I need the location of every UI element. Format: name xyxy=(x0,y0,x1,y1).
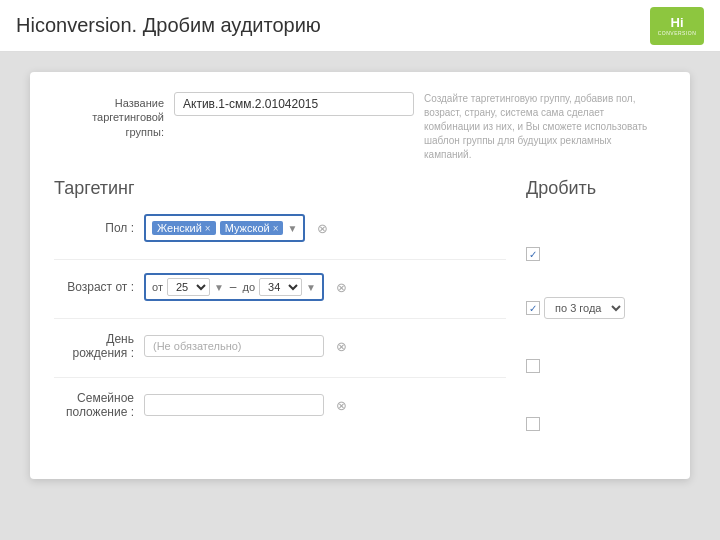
birthday-select-wrap: (Не обязательно) ⊗ xyxy=(144,335,506,357)
pol-dropdown-arrow-icon: ▼ xyxy=(287,223,297,234)
family-select-wrap: ⊗ xyxy=(144,394,506,416)
main-area: Название таргетинговой группы: Создайте … xyxy=(0,52,720,540)
drobit-family-row xyxy=(526,407,666,441)
family-clear-icon[interactable]: ⊗ xyxy=(336,398,347,413)
targeting-title: Таргетинг xyxy=(54,178,506,199)
birthday-row: День рождения : (Не обязательно) ⊗ xyxy=(54,329,506,363)
birthday-clear-icon[interactable]: ⊗ xyxy=(336,339,347,354)
drobit-age-checkbox[interactable] xyxy=(526,301,540,315)
tag-male: Мужской × xyxy=(220,221,284,235)
pol-tagged-input[interactable]: Женский × Мужской × ▼ xyxy=(144,214,305,242)
tag-female: Женский × xyxy=(152,221,216,235)
drobit-age-select-wrap: по 3 года xyxy=(544,297,625,319)
logo: Hi CONVERSION xyxy=(650,7,704,45)
drobit-age-row: по 3 года xyxy=(526,291,666,325)
card: Название таргетинговой группы: Создайте … xyxy=(30,72,690,479)
age-dash: – xyxy=(228,280,239,294)
targeting-column: Таргетинг Пол : Женский × М xyxy=(54,178,526,455)
birthday-field: (Не обязательно) ⊗ xyxy=(144,335,506,357)
tag-male-remove[interactable]: × xyxy=(273,223,279,234)
age-to-arrow-icon: ▼ xyxy=(306,282,316,293)
pol-input-wrap: Женский × Мужской × ▼ ⊗ xyxy=(144,214,506,242)
age-from-select[interactable]: 25 xyxy=(167,278,210,296)
drobit-age-select[interactable]: по 3 года xyxy=(544,297,625,319)
pol-field: Женский × Мужской × ▼ ⊗ xyxy=(144,214,506,242)
pol-row: Пол : Женский × Мужской × xyxy=(54,211,506,245)
drobit-title: Дробить xyxy=(526,178,666,199)
drobit-column: Дробить по 3 года xyxy=(526,178,666,455)
divider-1 xyxy=(54,259,506,260)
group-name-input[interactable] xyxy=(174,92,414,116)
drobit-pol-checkbox[interactable] xyxy=(526,247,540,261)
age-to-label: до xyxy=(243,281,256,293)
drobit-birthday-row xyxy=(526,349,666,383)
divider-2 xyxy=(54,318,506,319)
family-select[interactable] xyxy=(144,394,324,416)
age-from-label: от xyxy=(152,281,163,293)
family-field: ⊗ xyxy=(144,394,506,416)
pol-label: Пол : xyxy=(54,221,144,235)
birthday-label: День рождения : xyxy=(54,332,144,360)
tag-male-label: Мужской xyxy=(225,222,270,234)
age-field: от 25 ▼ – до 34 ▼ xyxy=(144,273,506,301)
header: Hiconversion. Дробим аудиторию Hi CONVER… xyxy=(0,0,720,52)
drobit-items: по 3 года xyxy=(526,237,666,441)
age-clear-icon[interactable]: ⊗ xyxy=(336,280,347,295)
age-row: Возраст от : от 25 ▼ – до xyxy=(54,270,506,304)
family-row: Семейное положение : ⊗ xyxy=(54,388,506,422)
group-name-hint: Создайте таргетинговую группу, добавив п… xyxy=(424,92,654,162)
group-name-row: Название таргетинговой группы: Создайте … xyxy=(54,92,666,162)
two-column-layout: Таргетинг Пол : Женский × М xyxy=(54,178,666,455)
age-tagged-input: от 25 ▼ – до 34 ▼ xyxy=(144,273,324,301)
age-label: Возраст от : xyxy=(54,280,144,294)
age-input-wrap: от 25 ▼ – до 34 ▼ xyxy=(144,273,506,301)
drobit-pol-row xyxy=(526,237,666,271)
group-name-label: Название таргетинговой группы: xyxy=(54,92,164,139)
pol-clear-icon[interactable]: ⊗ xyxy=(317,221,328,236)
divider-3 xyxy=(54,377,506,378)
drobit-family-checkbox[interactable] xyxy=(526,417,540,431)
age-from-arrow-icon: ▼ xyxy=(214,282,224,293)
tag-female-remove[interactable]: × xyxy=(205,223,211,234)
drobit-birthday-checkbox[interactable] xyxy=(526,359,540,373)
birthday-select[interactable]: (Не обязательно) xyxy=(144,335,324,357)
logo-hi-text: Hi xyxy=(671,16,684,29)
logo-conversion-text: CONVERSION xyxy=(658,30,697,36)
family-label: Семейное положение : xyxy=(54,391,144,419)
age-to-select[interactable]: 34 xyxy=(259,278,302,296)
tag-female-label: Женский xyxy=(157,222,202,234)
page-title: Hiconversion. Дробим аудиторию xyxy=(16,14,321,37)
